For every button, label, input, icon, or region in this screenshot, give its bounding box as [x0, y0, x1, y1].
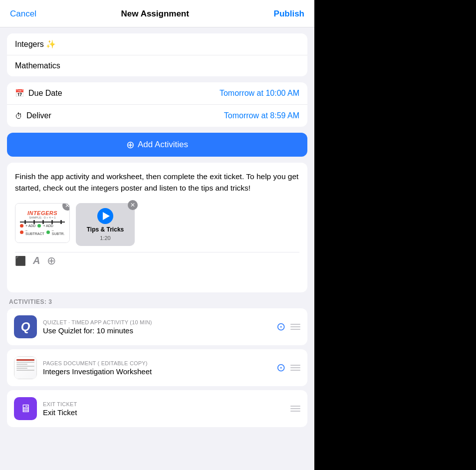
assignment-title-card: Integers ✨ Mathematics [7, 33, 307, 76]
thumb-gray-line-4 [16, 368, 27, 369]
image-icon[interactable]: ⬛ [15, 255, 26, 266]
thumb-gray-line-5 [16, 370, 34, 371]
add-activities-button[interactable]: ⊕ Add Activities [7, 133, 307, 157]
play-triangle [103, 212, 110, 220]
integers-poster-thumbnail: INTEGERS SAMPLE: -3 + 4 = 1 + ADD [15, 204, 69, 242]
notes-card[interactable]: Finish the app activity and worksheet, t… [7, 163, 307, 292]
remove-video-button[interactable]: ✕ [128, 200, 138, 210]
activities-count-label: ACTIVITIES: 3 [7, 298, 307, 308]
activities-section: ACTIVITIES: 3 Q QUIZLET · TIMED APP ACTI… [7, 298, 307, 431]
cancel-button[interactable]: Cancel [10, 9, 36, 19]
modal-title: New Assignment [121, 9, 189, 19]
exit-ticket-activity-actions [290, 406, 300, 412]
deliver-row[interactable]: ⏱ Deliver Tomorrow at 8:59 AM [7, 104, 307, 127]
integers-operations: + ADD + ADD – SUBTRACT – SUBTR. [20, 224, 65, 235]
pages-more-button[interactable]: ⊙ [276, 361, 285, 374]
video-thumbnail: Tips & Tricks 1:20 [76, 203, 135, 246]
title-row[interactable]: Integers ✨ [7, 33, 307, 55]
integers-sample-text: SAMPLE: -3 + 4 = 1 [29, 216, 55, 219]
integers-poster-attachment[interactable]: ✕ INTEGERS SAMPLE: -3 + 4 = 1 + [15, 203, 70, 243]
activity-quizlet[interactable]: Q QUIZLET · TIMED APP ACTIVITY (10 MIN) … [7, 308, 307, 345]
quizlet-icon-wrap: Q [14, 315, 37, 338]
quizlet-activity-actions: ⊙ [276, 320, 300, 333]
quizlet-activity-type: QUIZLET · TIMED APP ACTIVITY (10 MIN) [43, 319, 270, 325]
tips-tricks-video-attachment[interactable]: ✕ Tips & Tricks 1:20 [76, 203, 135, 246]
text-format-icon[interactable]: A [33, 255, 40, 266]
pages-activity-name: Integers Investigation Worksheet [43, 367, 270, 376]
exit-ticket-icon: 🖥 [20, 402, 31, 415]
assignment-subject: Mathematics [15, 61, 60, 70]
due-date-label: 📅 Due Date [15, 89, 62, 98]
pages-icon-wrap [14, 356, 37, 379]
deliver-value: Tomorrow at 8:59 AM [224, 111, 299, 120]
exit-ticket-reorder-handle[interactable] [290, 406, 300, 412]
activity-pages[interactable]: PAGES DOCUMENT ( EDITABLE COPY) Integers… [7, 349, 307, 386]
notes-text: Finish the app activity and worksheet, t… [15, 171, 299, 194]
quizlet-more-button[interactable]: ⊙ [276, 320, 285, 333]
quizlet-reorder-handle[interactable] [290, 324, 300, 330]
exit-ticket-activity-info: EXIT TICKET Exit Ticket [43, 401, 284, 417]
video-duration: 1:20 [100, 235, 110, 241]
quizlet-activity-name: Use Quizlet for: 10 minutes [43, 326, 270, 335]
publish-button[interactable]: Publish [274, 9, 304, 19]
exit-ticket-activity-type: EXIT TICKET [43, 401, 284, 407]
integers-number-line [20, 222, 65, 223]
dates-card: 📅 Due Date Tomorrow at 10:00 AM ⏱ Delive… [7, 82, 307, 127]
quizlet-letter: Q [21, 320, 30, 334]
clock-icon: ⏱ [15, 112, 22, 120]
add-content-icon[interactable]: ⊕ [47, 254, 56, 267]
exit-ticket-icon-wrap: 🖥 [14, 397, 37, 420]
calendar-icon: 📅 [15, 89, 24, 98]
due-date-value: Tomorrow at 10:00 AM [220, 89, 299, 98]
play-icon [97, 208, 113, 224]
pages-reorder-handle[interactable] [290, 365, 300, 371]
add-activities-label: Add Activities [138, 140, 188, 150]
activity-exit-ticket[interactable]: 🖥 EXIT TICKET Exit Ticket [7, 390, 307, 427]
remove-integers-button[interactable]: ✕ [62, 203, 70, 211]
exit-ticket-activity-name: Exit Ticket [43, 408, 284, 417]
pages-activity-type: PAGES DOCUMENT ( EDITABLE COPY) [43, 360, 270, 366]
plus-circle-icon: ⊕ [126, 140, 135, 150]
attachments-row: ✕ INTEGERS SAMPLE: -3 + 4 = 1 + [15, 203, 299, 246]
modal-header: Cancel New Assignment Publish [0, 0, 314, 27]
pages-activity-info: PAGES DOCUMENT ( EDITABLE COPY) Integers… [43, 360, 270, 376]
notes-toolbar: ⬛ A ⊕ [15, 252, 299, 267]
pages-activity-actions: ⊙ [276, 361, 300, 374]
due-date-row[interactable]: 📅 Due Date Tomorrow at 10:00 AM [7, 82, 307, 104]
subject-row[interactable]: Mathematics [7, 55, 307, 76]
pages-doc-thumbnail [14, 356, 37, 379]
deliver-label: ⏱ Deliver [15, 111, 51, 120]
quizlet-icon: Q [14, 315, 37, 338]
thumb-red-line [16, 359, 34, 361]
thumb-gray-line-2 [16, 364, 27, 365]
thumb-gray-line-3 [16, 366, 34, 367]
thumb-gray-line-1 [16, 362, 34, 363]
video-title: Tips & Tricks [87, 226, 124, 233]
assignment-title: Integers ✨ [15, 39, 56, 49]
quizlet-activity-info: QUIZLET · TIMED APP ACTIVITY (10 MIN) Us… [43, 319, 270, 335]
integers-poster-title: INTEGERS [27, 210, 57, 216]
